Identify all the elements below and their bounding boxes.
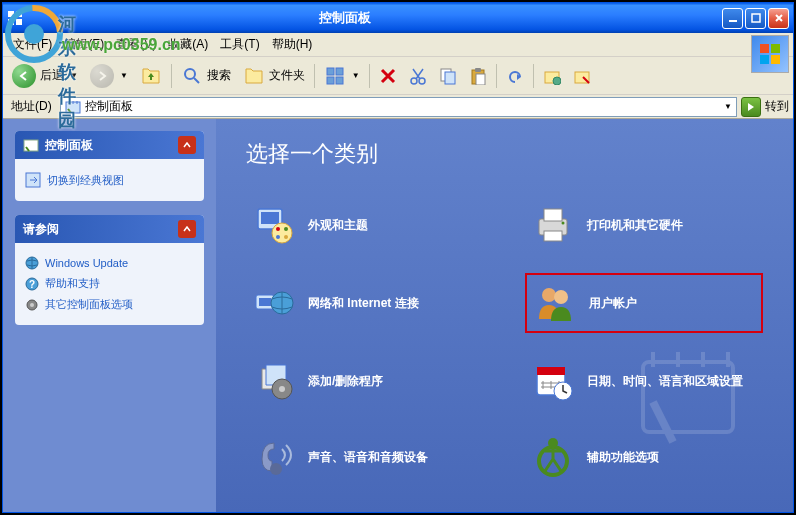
panel-title: 请参阅: [23, 221, 59, 238]
svg-point-32: [276, 227, 280, 231]
gear-icon: [25, 298, 39, 312]
panel-see-also: 请参阅 Windows Update ? 帮助和支持: [15, 215, 204, 325]
toolbar-separator: [496, 64, 497, 88]
panel-body: Windows Update ? 帮助和支持 其它控制面板选项: [15, 243, 204, 325]
category-label: 外观和主题: [308, 217, 368, 234]
menu-file[interactable]: 文件(F): [7, 34, 58, 55]
svg-point-46: [279, 386, 285, 392]
views-dropdown-icon: ▼: [352, 71, 360, 80]
undo-button[interactable]: [501, 61, 529, 91]
forward-button[interactable]: ▼: [85, 61, 133, 91]
delete-button[interactable]: [374, 61, 402, 91]
menu-tools[interactable]: 工具(T): [214, 34, 265, 55]
svg-point-39: [561, 222, 564, 225]
paste-button[interactable]: [464, 61, 492, 91]
address-field[interactable]: 控制面板 ▼: [60, 97, 737, 117]
category-accessibility[interactable]: 辅助功能选项: [525, 429, 764, 485]
link-label: 帮助和支持: [45, 276, 100, 291]
addremove-icon: [252, 359, 296, 403]
panel-control-panel: 控制面板 切换到经典视图: [15, 131, 204, 201]
menu-view[interactable]: 查看(V): [110, 34, 162, 55]
category-sounds[interactable]: 声音、语音和音频设备: [246, 429, 485, 485]
maximize-button[interactable]: [745, 8, 766, 29]
category-users[interactable]: 用户帐户: [525, 273, 764, 333]
toolbar-separator: [533, 64, 534, 88]
title-bar: 控制面板: [3, 3, 793, 33]
go-button[interactable]: [741, 97, 761, 117]
accessibility-icon: [531, 435, 575, 479]
extra-button-2[interactable]: [568, 61, 596, 91]
address-dropdown-icon[interactable]: ▼: [724, 102, 732, 111]
svg-rect-8: [336, 68, 343, 75]
svg-point-52: [548, 438, 558, 448]
menu-edit[interactable]: 编辑(E): [58, 34, 110, 55]
category-appearance[interactable]: 外观和主题: [246, 197, 485, 253]
svg-rect-17: [476, 74, 485, 85]
forward-dropdown-icon: ▼: [120, 71, 128, 80]
menu-favorites[interactable]: 收藏(A): [162, 34, 214, 55]
svg-point-28: [30, 303, 34, 307]
extra-button-1[interactable]: [538, 61, 566, 91]
svg-text:?: ?: [29, 279, 35, 290]
close-button[interactable]: [768, 8, 789, 29]
panel-title: 控制面板: [45, 137, 93, 154]
views-button[interactable]: ▼: [319, 61, 365, 91]
cut-button[interactable]: [404, 61, 432, 91]
menu-bar: 文件(F) 编辑(E) 查看(V) 收藏(A) 工具(T) 帮助(H): [3, 33, 793, 57]
svg-rect-22: [24, 140, 38, 151]
copy-button[interactable]: [434, 61, 462, 91]
category-addremove[interactable]: 添加/删除程序: [246, 353, 485, 409]
back-label: 后退: [40, 67, 64, 84]
help-icon: ?: [25, 277, 39, 291]
category-label: 日期、时间、语言和区域设置: [587, 373, 743, 390]
category-performance[interactable]: 性能和维护: [246, 505, 485, 512]
performance-icon: [252, 511, 296, 512]
views-icon: [324, 65, 346, 87]
svg-point-35: [284, 235, 288, 239]
svg-rect-16: [475, 68, 481, 72]
category-label: 声音、语音和音频设备: [308, 449, 428, 466]
svg-point-6: [185, 69, 195, 79]
svg-point-50: [270, 463, 282, 475]
link-label: Windows Update: [45, 257, 128, 269]
folder-tool-icon: [543, 67, 561, 85]
collapse-button[interactable]: [178, 136, 196, 154]
folders-button[interactable]: 文件夹: [238, 61, 310, 91]
page-heading: 选择一个类别: [246, 139, 763, 169]
scissors-icon: [409, 67, 427, 85]
help-support-link[interactable]: ? 帮助和支持: [25, 273, 194, 294]
collapse-button[interactable]: [178, 220, 196, 238]
throbber-icon: [751, 35, 789, 73]
printers-icon: [531, 203, 575, 247]
switch-classic-view-link[interactable]: 切换到经典视图: [25, 169, 194, 191]
content-area: 控制面板 切换到经典视图 请参阅: [3, 119, 793, 512]
panel-header: 控制面板: [15, 131, 204, 159]
other-cp-options-link[interactable]: 其它控制面板选项: [25, 294, 194, 315]
address-bar: 地址(D) 控制面板 ▼ 转到: [3, 95, 793, 119]
switch-view-label: 切换到经典视图: [47, 173, 124, 188]
svg-point-43: [542, 288, 556, 302]
category-datetime[interactable]: 日期、时间、语言和区域设置: [525, 353, 764, 409]
go-arrow-icon: [745, 101, 757, 113]
search-button[interactable]: 搜索: [176, 61, 236, 91]
category-security[interactable]: 安全中心: [525, 505, 764, 512]
category-grid: 外观和主题 打印机和其它硬件 网络和 Internet 连接: [246, 197, 763, 512]
paste-icon: [469, 67, 487, 85]
category-printers[interactable]: 打印机和其它硬件: [525, 197, 764, 253]
svg-rect-7: [327, 68, 334, 75]
category-network[interactable]: 网络和 Internet 连接: [246, 273, 485, 333]
svg-rect-41: [259, 298, 271, 306]
undo-icon: [506, 67, 524, 85]
category-label: 网络和 Internet 连接: [308, 295, 419, 312]
menu-help[interactable]: 帮助(H): [266, 34, 319, 55]
svg-point-33: [284, 227, 288, 231]
windows-update-link[interactable]: Windows Update: [25, 253, 194, 273]
back-button[interactable]: 后退 ▼: [7, 61, 83, 91]
window-icon: [7, 10, 23, 26]
folders-label: 文件夹: [269, 67, 305, 84]
category-label: 打印机和其它硬件: [587, 217, 683, 234]
search-icon: [181, 65, 203, 87]
up-button[interactable]: [135, 61, 167, 91]
svg-point-34: [276, 235, 280, 239]
minimize-button[interactable]: [722, 8, 743, 29]
